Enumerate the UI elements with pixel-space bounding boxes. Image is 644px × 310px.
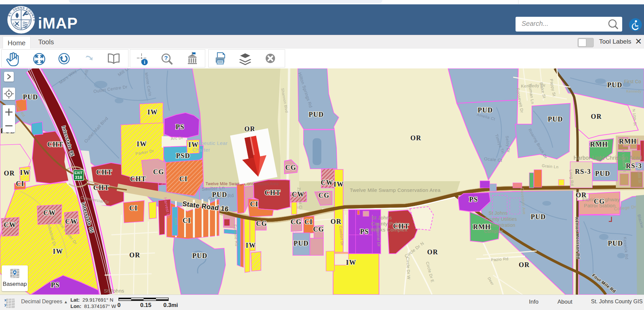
svg-text:OR: OR (591, 113, 602, 120)
svg-text:IW: IW (137, 140, 147, 148)
svg-text:OR: OR (576, 191, 587, 199)
svg-text:CW: CW (65, 218, 77, 225)
svg-text:PUD: PUD (478, 106, 493, 114)
svg-text:PS: PS (176, 123, 184, 131)
svg-text:CW: CW (321, 179, 333, 186)
svg-text:PS: PS (51, 281, 60, 289)
svg-text:CG: CG (256, 220, 267, 227)
svg-text:318: 318 (75, 175, 82, 180)
svg-text:CW: CW (43, 209, 56, 216)
svg-text:County Utilities: County Utilities (484, 216, 517, 222)
svg-text:OR: OR (519, 261, 530, 268)
svg-text:IW: IW (334, 180, 344, 188)
svg-text:CHT: CHT (47, 141, 63, 148)
svg-text:i: i (144, 60, 145, 65)
svg-text:y: y (4, 303, 7, 307)
svg-text:CI: CI (16, 180, 24, 187)
svg-text:PUD: PUD (192, 252, 208, 259)
svg-text:Fort: Fort (173, 217, 178, 225)
svg-text:PSD: PSD (176, 152, 190, 159)
svg-text:PUD: PUD (212, 191, 227, 198)
svg-text:CI: CI (129, 204, 138, 212)
svg-text:CI: CI (304, 218, 313, 225)
svg-text:CHT: CHT (130, 175, 146, 183)
svg-text:Harbor Light Christian Acad: Harbor Light Christian Acad (574, 155, 642, 161)
svg-text:IW: IW (189, 141, 199, 148)
svg-text:CHT: CHT (93, 184, 109, 191)
svg-text:St Johns: St Johns (104, 288, 124, 294)
svg-text:PUD: PUD (595, 170, 610, 177)
svg-text:OR: OR (331, 218, 342, 225)
svg-text:CHT: CHT (393, 222, 409, 230)
svg-text:PUD: PUD (608, 240, 623, 247)
svg-text:OR: OR (4, 169, 15, 177)
svg-text:CHT: CHT (96, 168, 112, 176)
svg-text:Twelve Mile Swamp Conservation: Twelve Mile Swamp Conservation Area (350, 187, 441, 193)
svg-text:Kennedy: Kennedy (626, 89, 642, 93)
svg-text:x: x (4, 298, 7, 302)
svg-text:PUD: PUD (531, 213, 546, 220)
svg-text:CI: CI (179, 175, 187, 183)
svg-text:IW: IW (53, 248, 63, 255)
svg-text:OR: OR (411, 134, 422, 142)
svg-text:RMH: RMH (619, 138, 637, 145)
svg-text:EXIT: EXIT (74, 171, 83, 175)
svg-text:CG: CG (594, 198, 605, 205)
svg-text:PS: PS (360, 228, 369, 235)
svg-text:IW: IW (246, 242, 256, 249)
svg-text:CG: CG (285, 164, 297, 171)
svg-text:CHT: CHT (265, 189, 281, 196)
svg-text:CG: CG (313, 225, 324, 233)
svg-text:RS-3: RS-3 (626, 162, 642, 169)
svg-text:CW: CW (4, 221, 16, 228)
svg-text:PUD: PUD (293, 240, 309, 247)
svg-text:OR: OR (427, 248, 438, 256)
svg-text:IW: IW (20, 169, 31, 176)
svg-text:?: ? (164, 55, 168, 61)
svg-text:RS-3: RS-3 (575, 168, 591, 175)
svg-text:PUD: PUD (23, 93, 38, 101)
svg-text:PUD: PUD (607, 81, 623, 89)
svg-text:St Johns: St Johns (489, 210, 508, 216)
svg-text:CI: CI (250, 200, 258, 208)
svg-text:CG: CG (291, 218, 302, 225)
svg-text:IW: IW (346, 259, 357, 266)
svg-text:RMH: RMH (473, 223, 491, 230)
svg-text:CG: CG (153, 168, 164, 175)
svg-text:CG: CG (319, 192, 330, 199)
svg-text:CW: CW (292, 191, 304, 198)
svg-text:OR: OR (129, 251, 141, 259)
svg-text:First Co: First Co (624, 79, 641, 84)
svg-text:RMH: RMH (590, 141, 608, 148)
svg-text:PUD: PUD (548, 115, 563, 123)
svg-text:PUD: PUD (309, 111, 324, 118)
svg-text:CI: CI (182, 217, 191, 224)
svg-text:PS: PS (469, 196, 478, 203)
svg-text:IW: IW (148, 108, 158, 116)
svg-text:St Johns: St Johns (372, 215, 392, 220)
